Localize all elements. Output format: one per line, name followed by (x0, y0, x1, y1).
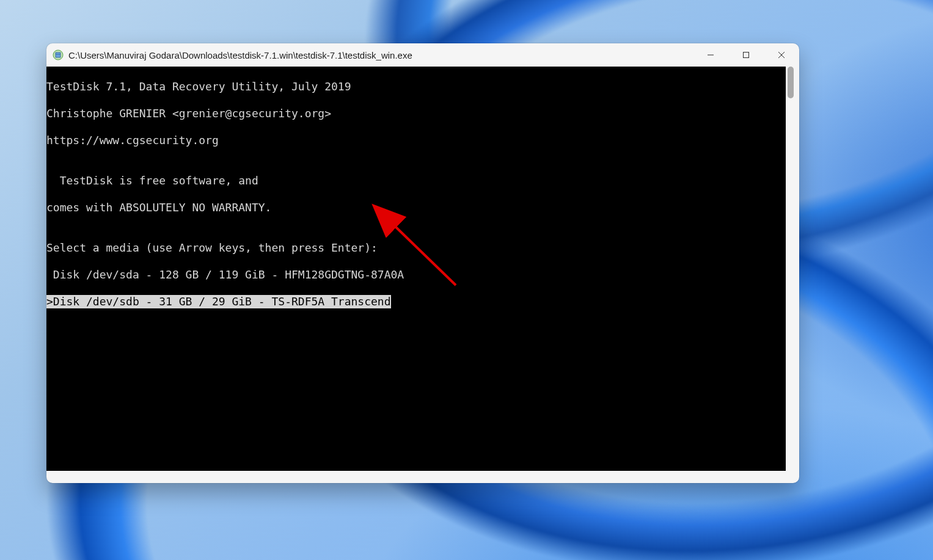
svg-rect-4 (744, 53, 749, 58)
window-controls (693, 43, 799, 67)
disk-row-selected[interactable]: >Disk /dev/sdb - 31 GB / 29 GiB - TS-RDF… (46, 295, 786, 308)
close-button[interactable] (764, 43, 799, 67)
window-titlebar[interactable]: C:\Users\Manuviraj Godara\Downloads\test… (46, 43, 799, 67)
terminal-line: comes with ABSOLUTELY NO WARRANTY. (46, 201, 786, 214)
minimize-button[interactable] (693, 43, 728, 67)
app-icon (53, 49, 64, 60)
terminal-line: TestDisk 7.1, Data Recovery Utility, Jul… (46, 80, 786, 93)
desktop-background: C:\Users\Manuviraj Godara\Downloads\test… (0, 0, 933, 560)
terminal-prompt: Select a media (use Arrow keys, then pre… (46, 241, 786, 255)
terminal-line: TestDisk is free software, and (46, 174, 786, 187)
maximize-button[interactable] (728, 43, 764, 67)
svg-rect-1 (56, 53, 60, 57)
disk-row[interactable]: Disk /dev/sda - 128 GB / 119 GiB - HFM12… (46, 268, 786, 282)
terminal-line: Christophe GRENIER <grenier@cgsecurity.o… (46, 107, 786, 120)
scrollbar-thumb[interactable] (788, 67, 794, 98)
console-window: C:\Users\Manuviraj Godara\Downloads\test… (46, 43, 799, 483)
window-title: C:\Users\Manuviraj Godara\Downloads\test… (68, 50, 412, 60)
terminal-output[interactable]: TestDisk 7.1, Data Recovery Utility, Jul… (46, 67, 786, 471)
selected-disk-text: >Disk /dev/sdb - 31 GB / 29 GiB - TS-RDF… (46, 295, 391, 308)
terminal-line: https://www.cgsecurity.org (46, 134, 786, 147)
terminal-scrollbar[interactable] (788, 67, 794, 471)
